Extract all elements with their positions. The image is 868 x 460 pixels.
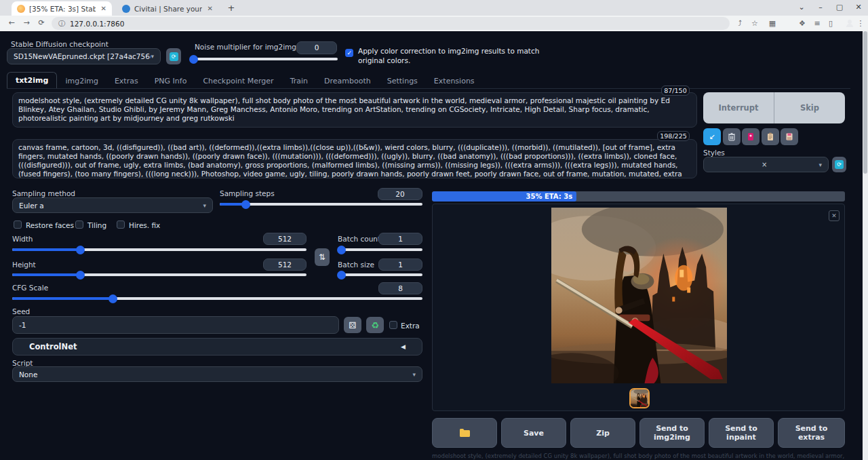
controlnet-accordion[interactable]: ControlNet ◀ (12, 338, 422, 356)
scrollbar-thumb[interactable] (863, 31, 867, 174)
page-scrollbar[interactable] (863, 31, 868, 460)
chevron-down-icon: ▾ (818, 161, 822, 168)
send-to-img2img-button[interactable]: Send to img2img (639, 418, 705, 448)
browser-tab-stable-diffusion[interactable]: [35% ETA: 3s] Stable Diffusion ✕ (12, 1, 112, 16)
tab-close-icon[interactable]: ✕ (101, 5, 106, 12)
height-input[interactable]: 512 (263, 258, 307, 271)
chevron-down-icon: ▾ (151, 53, 154, 60)
prompt-textarea[interactable]: modelshoot style, (extremely detailed CG… (12, 92, 697, 128)
new-tab-button[interactable]: + (225, 2, 237, 14)
close-gallery-icon[interactable]: ✕ (829, 210, 840, 221)
extension-grid-icon[interactable]: ▦ (766, 18, 778, 30)
tab-close-icon[interactable]: ✕ (208, 5, 213, 12)
tab-png-info[interactable]: PNG Info (146, 73, 195, 89)
tab-settings[interactable]: Settings (379, 73, 426, 89)
extension-dot-icon[interactable] (781, 18, 793, 30)
height-slider[interactable] (12, 273, 307, 276)
forward-icon[interactable]: → (20, 17, 33, 29)
noise-multiplier-slider[interactable] (191, 58, 338, 60)
generated-image-preview[interactable] (551, 208, 727, 383)
tab-train[interactable]: Train (282, 73, 316, 89)
batch-count-input[interactable]: 1 (378, 233, 422, 245)
tiling-checkbox[interactable] (75, 221, 83, 229)
send-to-extras-button[interactable]: Send to extras (778, 418, 845, 448)
extra-networks-button[interactable] (742, 128, 760, 145)
noise-multiplier-input[interactable]: 0 (296, 41, 337, 54)
site-info-icon[interactable]: ⓘ (58, 19, 65, 28)
sampling-steps-input[interactable]: 20 (378, 188, 422, 200)
zip-button[interactable]: Zip (570, 418, 635, 448)
script-dropdown[interactable]: None ▾ (12, 366, 422, 382)
refresh-styles-button[interactable]: ⟳ (832, 157, 846, 172)
width-input[interactable]: 512 (263, 233, 307, 245)
save-style-button[interactable] (781, 128, 798, 145)
apply-style-button[interactable] (762, 128, 779, 145)
cfg-scale-input[interactable]: 8 (378, 282, 422, 294)
extra-seed-label: Extra (401, 322, 420, 330)
extensions-puzzle-icon[interactable]: ❖ (796, 18, 808, 30)
seed-input[interactable]: -1 (12, 316, 339, 334)
random-seed-button[interactable]: ⚄ (344, 317, 361, 333)
tab-title: [35% ETA: 3s] Stable Diffusion (29, 5, 96, 13)
tab-checkpoint-merger[interactable]: Checkpoint Merger (195, 73, 281, 89)
width-label: Width (12, 235, 33, 243)
batch-size-input[interactable]: 1 (378, 258, 422, 271)
browser-menu-icon[interactable]: ⋮ (854, 18, 867, 30)
side-panel-icon[interactable]: ▯ (825, 18, 837, 30)
clear-styles-icon[interactable]: × (762, 161, 767, 168)
save-button[interactable]: Save (501, 418, 566, 448)
sampling-steps-slider[interactable] (220, 203, 422, 206)
cfg-scale-slider[interactable] (12, 297, 422, 300)
clear-prompt-button[interactable] (723, 128, 741, 145)
window-close-icon[interactable]: ✕ (849, 0, 868, 15)
paste-parameters-button[interactable]: ↙ (703, 128, 721, 145)
color-correction-checkbox[interactable] (345, 49, 353, 57)
sampling-method-dropdown[interactable]: Euler a ▾ (12, 197, 213, 213)
open-folder-button[interactable] (432, 418, 497, 448)
tab-extensions[interactable]: Extensions (426, 73, 483, 89)
address-bar[interactable]: ⓘ 127.0.0.1:7860 (52, 17, 730, 30)
skip-button[interactable]: Skip (774, 92, 845, 123)
refresh-checkpoints-button[interactable]: ⟳ (166, 48, 181, 64)
negative-prompt-textarea[interactable]: canvas frame, cartoon, 3d, ((disfigured)… (12, 139, 697, 178)
seed-value: -1 (19, 321, 26, 329)
tab-extras[interactable]: Extras (106, 73, 146, 89)
bookmark-star-icon[interactable]: ☆ (749, 18, 761, 30)
browser-tab-civitai[interactable]: Civitai | Share your models ✕ (117, 1, 218, 16)
styles-dropdown[interactable]: × ▾ (703, 157, 829, 172)
width-slider[interactable] (12, 248, 307, 251)
output-gallery: ✕ (432, 204, 845, 411)
send-to-inpaint-button[interactable]: Send to inpaint (709, 418, 774, 448)
checkpoint-dropdown[interactable]: SD15NewVAEpruned.ckpt [27a4ac756c] ▾ (7, 48, 161, 64)
interrupt-button[interactable]: Interrupt (703, 92, 774, 123)
reload-icon[interactable]: ⟳ (35, 17, 47, 29)
batch-count-slider[interactable] (338, 248, 422, 251)
url-text: 127.0.0.1:7860 (70, 20, 124, 28)
controlnet-title: ControlNet (29, 342, 77, 351)
tab-dreambooth[interactable]: Dreambooth (316, 73, 379, 89)
window-minimize-icon[interactable]: – (811, 0, 830, 15)
batch-size-slider[interactable] (338, 273, 422, 276)
tiling-label: Tiling (87, 221, 106, 229)
swap-dimensions-button[interactable]: ⇅ (315, 248, 330, 266)
profile-avatar[interactable] (838, 18, 850, 30)
reuse-seed-button[interactable]: ♻ (366, 317, 384, 333)
tab-search-icon[interactable]: ⌄ (792, 0, 811, 15)
tab-img2img[interactable]: img2img (57, 73, 106, 89)
share-icon[interactable]: ⤴ (734, 18, 746, 30)
tab-divider (7, 88, 850, 89)
refresh-icon: ⟳ (835, 160, 844, 169)
window-maximize-icon[interactable]: ▢ (830, 0, 849, 15)
progress-bar: 35% ETA: 3s (432, 191, 845, 202)
extra-seed-checkbox[interactable] (389, 321, 397, 329)
tab-txt2img[interactable]: txt2img (7, 72, 57, 89)
reading-list-icon[interactable]: ≡ (811, 18, 823, 30)
browser-chrome: [35% ETA: 3s] Stable Diffusion ✕ Civitai… (0, 0, 868, 31)
back-icon[interactable]: ← (5, 17, 18, 29)
generation-info-text: modelshoot style, (extremely detailed CG… (432, 453, 845, 460)
hires-fix-checkbox[interactable] (117, 221, 125, 229)
sampling-method-label: Sampling method (12, 189, 75, 197)
chevron-down-icon: ▾ (203, 202, 206, 209)
restore-faces-checkbox[interactable] (14, 221, 22, 229)
gallery-thumbnail[interactable] (629, 388, 650, 408)
